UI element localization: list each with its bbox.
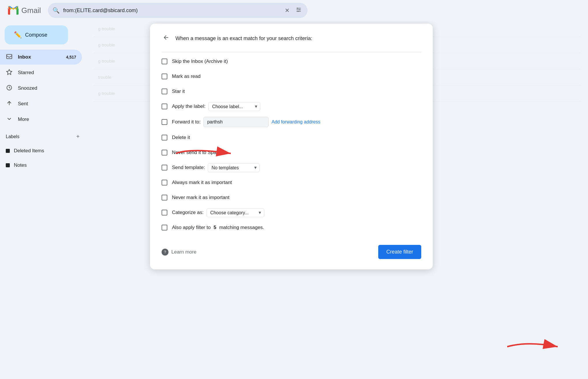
starred-icon [6, 69, 13, 77]
starred-label: Starred [18, 70, 76, 76]
sent-icon [6, 100, 13, 108]
filter-back-button[interactable] [162, 33, 171, 44]
main-layout: ✏️ Compose Inbox 4,517 Starred [0, 21, 588, 379]
sidebar-item-notes[interactable]: Notes [0, 158, 82, 172]
more-icon [6, 116, 13, 123]
compose-icon: ✏️ [14, 31, 22, 39]
also-apply-label: Also apply filter to 5 matching messages… [172, 225, 264, 230]
forward-it-label: Forward it to: Add forwarding address [172, 117, 320, 127]
filter-option-also-apply: Also apply filter to 5 matching messages… [162, 221, 421, 234]
labels-title: Labels [6, 134, 19, 139]
inbox-icon [6, 53, 13, 61]
filter-option-delete-it: Delete it [162, 131, 421, 145]
never-important-checkbox[interactable] [162, 195, 167, 200]
filter-option-skip-inbox: Skip the Inbox (Archive it) [162, 55, 421, 68]
skip-inbox-label: Skip the Inbox (Archive it) [172, 59, 228, 64]
compose-button[interactable]: ✏️ Compose [5, 25, 68, 44]
create-filter-button[interactable]: Create filter [378, 245, 421, 259]
search-bar: 🔍 from:(ELITE.card@sbicard.com) ✕ [48, 3, 308, 18]
deleted-items-label: Deleted Items [14, 148, 44, 154]
filter-option-categorize: Categorize as: Choose category... ▼ [162, 206, 421, 219]
filter-option-star-it: Star it [162, 85, 421, 98]
labels-section: Labels + [0, 127, 87, 143]
delete-it-label: Delete it [172, 135, 190, 140]
filter-option-never-important: Never mark it as important [162, 191, 421, 204]
send-template-label: Send template: No templates ▼ [172, 163, 260, 172]
gmail-logo-text: Gmail [21, 6, 41, 15]
send-template-checkbox[interactable] [162, 165, 167, 170]
sidebar-item-more[interactable]: More [0, 112, 82, 127]
filter-header: When a message is an exact match for you… [162, 33, 421, 44]
gmail-logo: Gmail [7, 4, 41, 17]
topbar: Gmail 🔍 from:(ELITE.card@sbicard.com) ✕ [0, 0, 588, 21]
filter-option-forward: Forward it to: Add forwarding address [162, 115, 421, 130]
svg-point-4 [299, 9, 300, 10]
labels-add-button[interactable]: + [75, 132, 81, 141]
always-important-label: Always mark it as important [172, 180, 232, 185]
search-options-button[interactable] [294, 5, 303, 16]
forward-address-input[interactable] [203, 117, 269, 127]
no-templates-dropdown-wrapper[interactable]: No templates ▼ [208, 163, 260, 172]
inbox-label: Inbox [18, 54, 61, 60]
filter-footer: ? Learn more Create filter [162, 243, 421, 259]
red-arrow-create [504, 338, 562, 355]
help-icon[interactable]: ? [162, 249, 168, 256]
learn-more-section: ? Learn more [162, 249, 196, 256]
apply-label-checkbox[interactable] [162, 104, 167, 109]
filter-option-never-spam: Never send it to Spam [162, 146, 421, 160]
never-spam-checkbox[interactable] [162, 150, 167, 155]
mark-read-checkbox[interactable] [162, 74, 167, 79]
forward-it-checkbox[interactable] [162, 119, 167, 125]
never-important-label: Never mark it as important [172, 195, 229, 200]
filter-option-apply-label: Apply the label: Choose label... ▼ [162, 100, 421, 113]
apply-label-text: Apply the label: Choose label... ▼ [172, 102, 260, 111]
filter-option-always-important: Always mark it as important [162, 176, 421, 190]
choose-label-select[interactable]: Choose label... [208, 102, 260, 111]
more-label: More [18, 117, 76, 122]
filter-header-text: When a message is an exact match for you… [175, 35, 312, 42]
categorize-label: Categorize as: Choose category... ▼ [172, 208, 264, 217]
also-apply-suffix: matching messages. [219, 225, 264, 230]
snoozed-icon [6, 85, 13, 92]
also-apply-count: 5 [214, 225, 216, 230]
search-clear-button[interactable]: ✕ [284, 6, 291, 15]
snoozed-label: Snoozed [18, 85, 76, 91]
no-templates-select[interactable]: No templates [208, 163, 260, 172]
sidebar: ✏️ Compose Inbox 4,517 Starred [0, 21, 87, 379]
sidebar-item-inbox[interactable]: Inbox 4,517 [0, 50, 82, 65]
sent-label: Sent [18, 101, 76, 107]
always-important-checkbox[interactable] [162, 180, 167, 185]
filter-dialog: When a message is an exact match for you… [150, 24, 433, 269]
sidebar-item-starred[interactable]: Starred [0, 65, 82, 80]
filter-option-mark-read: Mark as read [162, 70, 421, 83]
choose-category-dropdown-wrapper[interactable]: Choose category... ▼ [207, 208, 264, 217]
categorize-checkbox[interactable] [162, 210, 167, 215]
delete-it-checkbox[interactable] [162, 135, 167, 140]
inbox-badge: 4,517 [66, 55, 76, 59]
notes-label: Notes [14, 162, 27, 168]
never-spam-label: Never send it to Spam [172, 150, 220, 155]
choose-category-select[interactable]: Choose category... [207, 208, 264, 217]
star-it-checkbox[interactable] [162, 89, 167, 94]
also-apply-checkbox[interactable] [162, 225, 167, 230]
filter-option-send-template: Send template: No templates ▼ [162, 161, 421, 175]
skip-inbox-checkbox[interactable] [162, 59, 167, 64]
svg-point-3 [297, 7, 298, 9]
svg-marker-7 [7, 69, 12, 74]
mark-read-label: Mark as read [172, 74, 201, 79]
also-apply-prefix: Also apply filter to [172, 225, 211, 230]
add-forwarding-link[interactable]: Add forwarding address [271, 119, 320, 125]
compose-label: Compose [25, 32, 47, 38]
sidebar-item-snoozed[interactable]: Snoozed [0, 81, 82, 96]
filter-divider [162, 52, 421, 52]
search-query[interactable]: from:(ELITE.card@sbicard.com) [63, 7, 280, 14]
filter-options: Skip the Inbox (Archive it) Mark as read… [162, 55, 421, 234]
sidebar-item-sent[interactable]: Sent [0, 96, 82, 111]
svg-point-5 [297, 11, 299, 12]
learn-more-link[interactable]: Learn more [171, 249, 196, 255]
sidebar-item-deleted-items[interactable]: Deleted Items [0, 144, 82, 158]
deleted-items-dot [6, 149, 10, 153]
content-area: g trouble g trouble g trouble trouble g … [87, 21, 588, 379]
choose-label-dropdown-wrapper[interactable]: Choose label... ▼ [208, 102, 260, 111]
star-it-label: Star it [172, 89, 185, 94]
